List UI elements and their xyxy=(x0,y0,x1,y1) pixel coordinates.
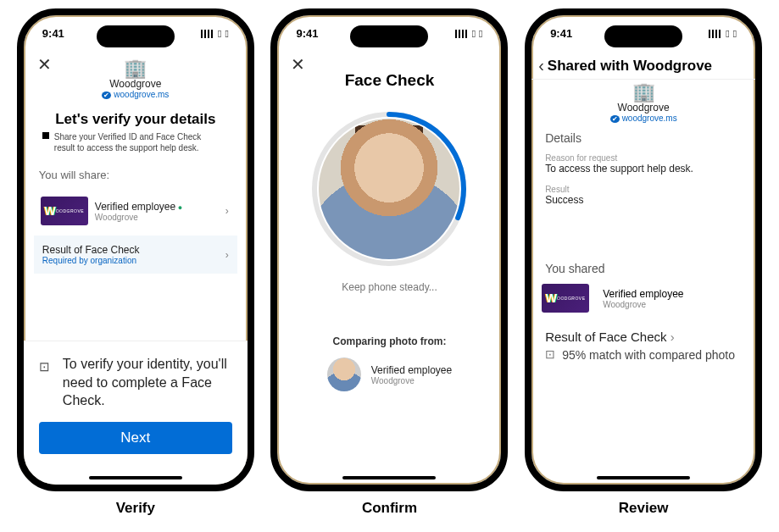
wifi-icon: 􀙇 xyxy=(472,29,476,39)
result-label: Result xyxy=(531,180,755,194)
face-progress-ring xyxy=(309,108,470,269)
org-domain: woodgrove.ms xyxy=(531,114,755,123)
building-icon: 🏢 xyxy=(531,83,755,102)
verified-id-card[interactable]: Verified employee Woodgrove › xyxy=(34,190,237,232)
shared-title: Verified employee xyxy=(603,288,683,300)
details-label: Details xyxy=(531,123,755,148)
face-check-sub: Required by organization xyxy=(42,256,229,265)
shared-card[interactable]: Verified employee Woodgrove xyxy=(531,279,755,318)
status-time: 9:41 xyxy=(42,27,64,40)
org-name: Woodgrove xyxy=(531,102,755,114)
compare-issuer: Woodgrove xyxy=(371,376,452,385)
result-title: Result of Face Check xyxy=(545,330,742,344)
reason-value: To access the support help desk. xyxy=(531,163,755,180)
battery-icon: 􀛨 xyxy=(733,29,737,39)
steady-text: Keep phone steady... xyxy=(277,281,501,293)
next-button[interactable]: Next xyxy=(39,422,232,454)
compare-title: Verified employee xyxy=(371,364,452,376)
verify-heading: Let's verify your details xyxy=(24,111,248,128)
org-name: Woodgrove xyxy=(24,78,248,90)
chevron-right-icon: › xyxy=(225,249,229,261)
battery-icon: 􀛨 xyxy=(225,29,228,39)
status-indicators: 􀙇 􀛨 xyxy=(709,29,737,39)
woodgrove-badge-icon xyxy=(542,284,589,313)
verify-content: 🏢 Woodgrove woodgrove.ms Let's verify yo… xyxy=(24,49,248,485)
home-indicator[interactable] xyxy=(342,476,436,479)
review-content: ‹ Shared with Woodgrove 🏢 Woodgrove wood… xyxy=(531,49,755,485)
signal-icon xyxy=(709,30,722,38)
share-label: You will share: xyxy=(24,153,248,186)
signal-icon xyxy=(201,30,214,38)
bottom-sheet: To verify your identity, you'll need to … xyxy=(24,341,248,485)
dynamic-island xyxy=(350,25,428,47)
face-check-result[interactable]: Result of Face Check ⊡ 95% match with co… xyxy=(531,318,755,363)
dynamic-island xyxy=(97,25,175,47)
signal-icon xyxy=(455,30,469,38)
back-icon[interactable]: ‹ xyxy=(538,56,544,75)
review-title: Shared with Woodgrove xyxy=(548,58,712,75)
wifi-icon: 􀙇 xyxy=(726,29,729,39)
reason-label: Reason for request xyxy=(531,148,755,163)
confirm-column: 9:41 􀙇 􀛨 ✕ Face Check Keep phone steady.… xyxy=(270,8,508,517)
confirm-caption: Confirm xyxy=(362,500,417,517)
verify-column: 9:41 􀙇 􀛨 ✕ 🏢 Woodgrove woodgrove.ms Let'… xyxy=(17,8,254,517)
card-issuer: Woodgrove xyxy=(95,213,182,222)
battery-icon: 􀛨 xyxy=(479,29,482,39)
card-title: Verified employee xyxy=(95,201,182,213)
verify-subtext: Share your Verified ID and Face Check re… xyxy=(24,128,248,153)
face-check-title: Result of Face Check xyxy=(42,244,229,256)
chevron-right-icon: › xyxy=(225,205,229,217)
comparing-label: Comparing photo from: xyxy=(277,335,501,347)
phone-verify: 9:41 􀙇 􀛨 ✕ 🏢 Woodgrove woodgrove.ms Let'… xyxy=(17,8,254,491)
status-indicators: 􀙇 􀛨 xyxy=(201,29,229,39)
org-domain: woodgrove.ms xyxy=(24,90,248,99)
compare-card: Verified employee Woodgrove xyxy=(277,357,501,391)
face-icon: ⊡ xyxy=(545,347,555,361)
confirm-content: Face Check Keep phone steady... Comparin… xyxy=(277,49,501,485)
org-logo-block: 🏢 Woodgrove woodgrove.ms xyxy=(24,59,248,99)
home-indicator[interactable] xyxy=(597,476,690,479)
shared-issuer: Woodgrove xyxy=(603,300,683,309)
bottom-text: To verify your identity, you'll need to … xyxy=(39,355,232,410)
woodgrove-badge-icon xyxy=(41,197,88,225)
building-icon: 🏢 xyxy=(24,59,248,78)
dynamic-island xyxy=(604,25,682,47)
face-check-row[interactable]: Result of Face Check Required by organiz… xyxy=(34,236,237,274)
result-body: 95% match with compared photo xyxy=(562,347,735,363)
wifi-icon: 􀙇 xyxy=(218,29,221,39)
shared-label: You shared xyxy=(531,253,755,279)
phone-confirm: 9:41 􀙇 􀛨 ✕ Face Check Keep phone steady.… xyxy=(270,8,508,491)
home-indicator[interactable] xyxy=(89,476,182,479)
status-indicators: 􀙇 􀛨 xyxy=(455,29,483,39)
card-text: Verified employee Woodgrove xyxy=(95,201,182,222)
result-value: Success xyxy=(531,194,755,211)
review-caption: Review xyxy=(619,500,669,517)
face-check-title: Face Check xyxy=(277,71,501,90)
status-time: 9:41 xyxy=(296,27,318,40)
phone-review: 9:41 􀙇 􀛨 ‹ Shared with Woodgrove 🏢 Woodg… xyxy=(525,8,762,491)
verify-caption: Verify xyxy=(116,500,155,517)
review-column: 9:41 􀙇 􀛨 ‹ Shared with Woodgrove 🏢 Woodg… xyxy=(525,8,762,517)
status-time: 9:41 xyxy=(550,27,572,40)
review-header: ‹ Shared with Woodgrove xyxy=(531,49,755,80)
face-photo xyxy=(319,119,459,259)
org-logo-block: 🏢 Woodgrove woodgrove.ms xyxy=(531,83,755,123)
reference-photo-icon xyxy=(327,357,361,391)
